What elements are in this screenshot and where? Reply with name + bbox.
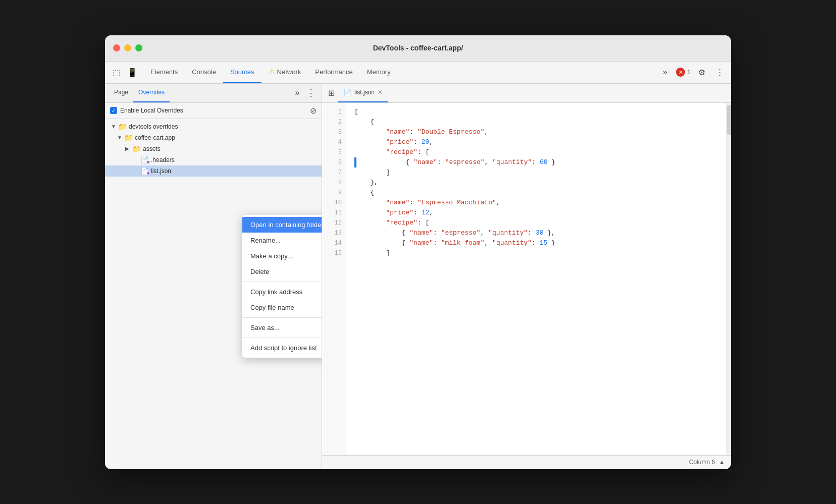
line-num-6: 6 [338,157,342,167]
tree-item-devtools-overrides[interactable]: ▼ 📁 devtools overrides [105,121,322,132]
tab-console[interactable]: Console [185,61,223,83]
devtools-tabs: ⬚ 📱 Elements Console Sources ⚠ Network P… [105,62,731,84]
error-badge: ✕ [676,68,685,77]
ctx-copy[interactable]: Make a copy... [242,248,322,264]
code-editor: 1 2 3 4 5 6 7 8 9 10 11 12 13 14 15 [322,103,731,455]
devtools-icons: ⬚ 📱 [109,65,139,79]
tree-item-headers[interactable]: 📄 .headers [105,154,322,165]
tree-item-coffee-cart[interactable]: ▼ 📁 coffee-cart.app [105,132,322,143]
file-tree: ▼ 📁 devtools overrides ▼ 📁 coffee-cart.a… [105,119,322,469]
tab-elements[interactable]: Elements [143,61,185,83]
line-num-7: 7 [338,167,342,178]
tab-overrides[interactable]: Overrides [133,84,170,103]
line-num-4: 4 [338,137,342,147]
close-button[interactable] [113,44,120,51]
code-line-10: "name": "Espresso Macchiato", [354,198,718,208]
code-line-15: ] [354,248,718,258]
status-icon[interactable]: ▲ [719,459,725,466]
tab-page[interactable]: Page [109,84,133,103]
line-num-9: 9 [338,188,342,198]
override-badge [146,160,150,164]
arrow-icon: ▶ [125,146,132,151]
code-content[interactable]: [ { "name": "Double Espresso", "price": … [346,103,726,455]
column-indicator: Column 6 [689,459,715,466]
settings-icon[interactable]: ⚙ [695,65,709,79]
more-tabs-icon[interactable]: » [658,65,672,79]
code-line-9: { [354,188,718,198]
maximize-button[interactable] [135,44,142,51]
code-line-11: "price": 12, [354,208,718,218]
line-num-14: 14 [335,238,342,248]
context-menu: Open in containing folder Rename... Make… [242,215,322,358]
editor-tab-nav-icon[interactable]: ⊞ [324,86,338,100]
panel-tabs: Page Overrides » ⋮ [105,84,322,103]
ctx-delete[interactable]: Delete [242,264,322,279]
enable-overrides-checkbox[interactable]: ✓ Enable Local Overrides [110,107,183,114]
scrollbar-thumb[interactable] [727,105,731,135]
file-with-dot: 📄 [140,156,149,164]
editor-file-name: list.json [354,89,375,96]
window-title: DevTools - coffee-cart.app/ [373,44,463,52]
code-line-3: "name": "Double Espresso", [354,127,718,137]
line-num-8: 8 [338,178,342,188]
tab-network[interactable]: ⚠ Network [262,61,308,83]
line-num-13: 13 [335,228,342,238]
ctx-copy-filename[interactable]: Copy file name [242,300,322,315]
folder-icon: 📁 [124,134,133,142]
block-icon[interactable]: ⊘ [310,106,317,116]
override-badge [146,172,150,175]
arrow-icon: ▼ [111,124,118,129]
file-icon: 📄 [343,89,351,96]
code-line-13: { "name": "espresso", "quantity": 30 }, [354,228,718,238]
tab-performance[interactable]: Performance [308,61,359,83]
inspect-icon[interactable]: 📱 [125,65,139,79]
folder-icon: 📁 [132,145,141,153]
traffic-lights [113,44,142,51]
line-num-10: 10 [335,198,342,208]
scrollbar[interactable] [726,103,731,455]
line-num-15: 15 [335,248,342,258]
close-tab-icon[interactable]: ✕ [378,89,383,96]
editor-file-tab[interactable]: 📄 list.json ✕ [338,84,388,103]
editor-tabs: ⊞ 📄 list.json ✕ [322,84,731,103]
select-tool-icon[interactable]: ⬚ [109,65,123,79]
context-menu-divider-3 [242,338,322,338]
tab-right-icons: » ✕ 1 ⚙ ⋮ [658,65,727,79]
right-panel: ⊞ 📄 list.json ✕ 1 2 3 4 5 6 7 8 [322,84,731,469]
line-num-11: 11 [335,208,342,218]
context-menu-divider [242,282,322,282]
code-line-2: { [354,117,718,127]
warning-icon: ⚠ [269,68,275,76]
line-num-1: 1 [338,107,342,117]
error-indicator: ✕ 1 [676,68,691,77]
code-line-7: ] [354,167,718,178]
checkbox-icon: ✓ [110,107,117,114]
minimize-button[interactable] [124,44,131,51]
title-bar: DevTools - coffee-cart.app/ [105,35,731,62]
error-count: 1 [687,69,691,76]
devtools-window: DevTools - coffee-cart.app/ ⬚ 📱 Elements… [105,35,731,469]
ctx-rename[interactable]: Rename... [242,233,322,248]
tree-item-assets[interactable]: ▶ 📁 assets [105,143,322,154]
tab-memory[interactable]: Memory [360,61,398,83]
menu-icon[interactable]: ⋮ [713,65,727,79]
status-bar: Column 6 ▲ [322,455,731,469]
tree-item-list-json[interactable]: 📄 list.json [105,165,322,177]
code-line-6: { "name": "espresso", "quantity": 60 } [354,157,718,167]
arrow-icon: ▼ [117,135,124,140]
more-panels-icon[interactable]: » [290,86,304,100]
ctx-open-folder[interactable]: Open in containing folder [242,217,322,233]
left-panel: Page Overrides » ⋮ ✓ Enable Local Overri… [105,84,322,469]
code-line-8: }, [354,178,718,188]
ctx-save-as[interactable]: Save as... [242,320,322,335]
code-line-14: { "name": "milk foam", "quantity": 15 } [354,238,718,248]
ctx-copy-link[interactable]: Copy link address [242,284,322,300]
line-num-5: 5 [338,147,342,157]
panel-dots-icon[interactable]: ⋮ [304,87,318,98]
line-num-12: 12 [335,218,342,228]
line-mark [354,157,356,167]
tab-sources[interactable]: Sources [223,61,262,83]
code-line-1: [ [354,107,718,117]
main-content: Page Overrides » ⋮ ✓ Enable Local Overri… [105,84,731,469]
ctx-ignore[interactable]: Add script to ignore list [242,340,322,356]
